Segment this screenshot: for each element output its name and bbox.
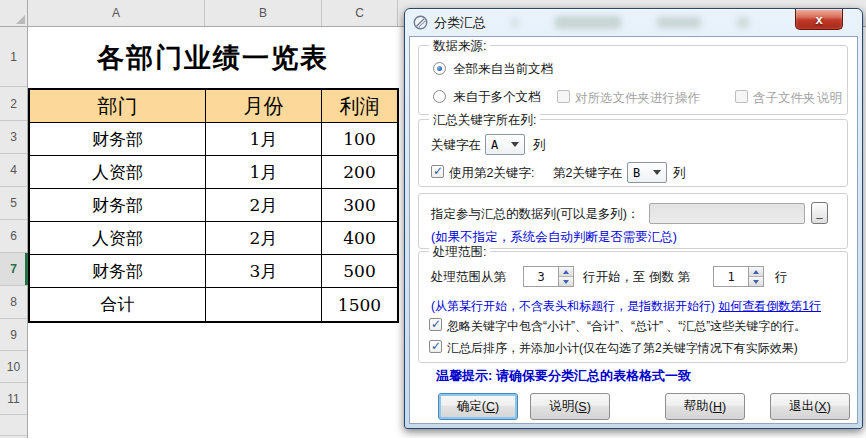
column-header[interactable]: A xyxy=(28,0,205,26)
ok-button[interactable]: 确定(C) xyxy=(438,393,518,420)
description-button[interactable]: 说明(S) xyxy=(530,393,610,420)
cell[interactable]: 100 xyxy=(322,123,397,156)
checkbox-ignore-summary-rows[interactable] xyxy=(429,318,442,331)
range-note: (从第某行开始，不含表头和标题行，是指数据开始行) xyxy=(431,299,715,313)
row-header[interactable]: 11 xyxy=(0,383,27,415)
button-label-part: ) xyxy=(495,400,499,414)
button-mnemonic: X xyxy=(818,400,826,414)
button-mnemonic: H xyxy=(713,400,722,414)
dialog-title: 分类汇总 xyxy=(434,14,486,32)
close-icon: x xyxy=(815,13,822,26)
group-data-columns: 指定参与汇总的数据列(可以是多列)： _ (如果不指定，系统会自动判断是否需要汇… xyxy=(418,193,848,249)
row-header[interactable]: 2 xyxy=(0,87,27,121)
row-header[interactable]: 8 xyxy=(0,286,27,319)
dialog-body: 数据来源: 全部来自当前文档 来自于多个文档 对所选文件夹进行操作 含子文件夹 … xyxy=(409,36,858,424)
checkbox-include-subfolders-label: 含子文件夹 xyxy=(753,91,816,105)
button-label-part: ) xyxy=(722,400,726,414)
checkbox-include-subfolders[interactable] xyxy=(735,90,748,103)
button-mnemonic: C xyxy=(486,400,495,414)
select-all-corner[interactable] xyxy=(0,0,28,27)
data-columns-input[interactable] xyxy=(649,203,805,224)
spin-down-icon[interactable] xyxy=(749,277,763,286)
checkbox-use-second-keyword[interactable] xyxy=(431,165,444,178)
spin-up-icon[interactable] xyxy=(749,267,763,277)
row-header[interactable]: 9 xyxy=(0,319,27,351)
row-header[interactable]: 10 xyxy=(0,351,27,383)
cell[interactable]: 2月 xyxy=(206,189,322,222)
cell[interactable]: 300 xyxy=(322,189,397,222)
table-header-cell[interactable]: 月份 xyxy=(206,90,322,123)
chevron-down-icon xyxy=(653,170,661,175)
radio-current-document[interactable] xyxy=(433,62,446,75)
glass-smudge xyxy=(657,17,701,28)
exit-button[interactable]: 退出(X) xyxy=(770,393,850,420)
end-row-stepper[interactable] xyxy=(749,266,764,287)
keyword-prefix-label: 关键字在 xyxy=(431,138,481,152)
keyword-column-value: A xyxy=(491,138,498,152)
range-from-prefix-label: 处理范围从第 xyxy=(431,270,506,284)
cell[interactable]: 财务部 xyxy=(30,189,206,222)
keyword-suffix-label: 列 xyxy=(533,138,546,152)
checkbox-sort-after-summary-label: 汇总后排序，并添加小计(仅在勾选了第2关键字情况下有实际效果) xyxy=(447,341,798,355)
checkbox-sort-after-summary[interactable] xyxy=(429,340,442,353)
cell[interactable]: 人资部 xyxy=(30,156,206,189)
dialog-icon xyxy=(413,15,428,30)
dialog-titlebar[interactable]: 分类汇总 x xyxy=(405,9,862,36)
table-header-cell[interactable]: 部门 xyxy=(30,90,206,123)
how-to-view-link[interactable]: 如何查看倒数第1行 xyxy=(718,299,821,313)
checkbox-folder-operation[interactable] xyxy=(557,90,570,103)
column-header[interactable]: C xyxy=(322,0,398,26)
start-row-stepper[interactable] xyxy=(559,266,574,287)
sheet-title-cell[interactable]: 各部门业绩一览表 xyxy=(28,27,398,88)
cell[interactable]: 2月 xyxy=(206,222,322,255)
group-processing-range-legend: 处理范围: xyxy=(429,244,490,261)
cell[interactable]: 400 xyxy=(322,222,397,255)
button-label-part: 确定( xyxy=(457,398,486,415)
cell[interactable]: 1500 xyxy=(322,288,397,321)
checkbox-folder-operation-label: 对所选文件夹进行操作 xyxy=(575,91,700,105)
row-header[interactable]: 5 xyxy=(0,187,27,220)
table-header-cell[interactable]: 利润 xyxy=(322,90,397,123)
column-header[interactable]: B xyxy=(205,0,322,26)
group-data-source-legend: 数据来源: xyxy=(429,38,490,55)
row-header[interactable] xyxy=(0,415,27,436)
cell[interactable]: 1月 xyxy=(206,156,322,189)
radio-multiple-documents[interactable] xyxy=(433,90,446,103)
cell[interactable]: 财务部 xyxy=(30,255,206,288)
glass-smudge xyxy=(511,18,519,27)
cell[interactable]: 3月 xyxy=(206,255,322,288)
button-label-part: 退出( xyxy=(789,398,818,415)
cell[interactable]: 1月 xyxy=(206,123,322,156)
cell[interactable]: 合计 xyxy=(30,288,206,321)
cell[interactable]: 人资部 xyxy=(30,222,206,255)
button-label-part: ) xyxy=(827,400,831,414)
close-button[interactable]: x xyxy=(795,9,843,30)
cell[interactable]: 200 xyxy=(322,156,397,189)
row-header[interactable]: 1 xyxy=(0,27,27,87)
row-header[interactable]: 3 xyxy=(0,121,27,154)
help-button[interactable]: 帮助(H) xyxy=(665,393,745,420)
spin-down-icon[interactable] xyxy=(559,277,573,286)
range-middle-label: 行开始，至 倒数 第 xyxy=(583,270,690,284)
row-header[interactable]: 6 xyxy=(0,220,27,253)
group-processing-range: 处理范围: 处理范围从第 3 行开始，至 倒数 第 1 行 (从第某行开始，不含… xyxy=(418,251,848,363)
keyword-column-select[interactable]: A xyxy=(485,134,525,155)
group-keyword-column-legend: 汇总关键字所在列: xyxy=(429,112,540,129)
second-keyword-column-select[interactable]: B xyxy=(627,162,667,183)
glass-smudge xyxy=(737,17,749,28)
row-header[interactable]: 7 xyxy=(0,253,27,286)
spin-up-icon[interactable] xyxy=(559,267,573,277)
data-columns-note: (如果不指定，系统会自动判断是否需要汇总) xyxy=(431,230,677,244)
cell[interactable] xyxy=(206,288,322,321)
row-header[interactable]: 4 xyxy=(0,154,27,187)
button-label-part: 帮助( xyxy=(684,398,713,415)
dialog-tip: 温馨提示: 请确保要分类汇总的表格格式一致 xyxy=(436,367,691,385)
group-keyword-column: 汇总关键字所在列: 关键字在 A 列 使用第2关键字: 第2关键字在 B 列 xyxy=(418,119,848,187)
cell[interactable]: 财务部 xyxy=(30,123,206,156)
button-label-part: 说明( xyxy=(549,398,578,415)
button-label-part: ) xyxy=(587,400,591,414)
browse-button[interactable]: _ xyxy=(811,202,828,224)
end-row-input[interactable]: 1 xyxy=(713,266,749,287)
start-row-input[interactable]: 3 xyxy=(523,266,559,287)
cell[interactable]: 500 xyxy=(322,255,397,288)
